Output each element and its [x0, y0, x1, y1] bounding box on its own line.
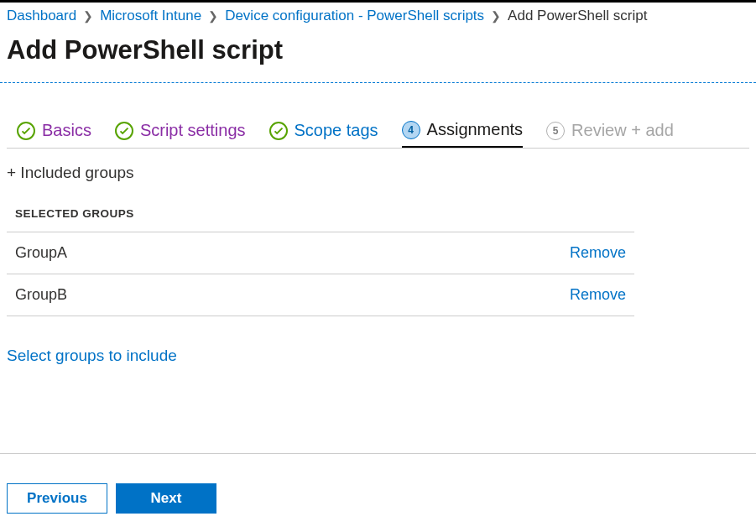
breadcrumb: Dashboard ❯ Microsoft Intune ❯ Device co…: [0, 3, 756, 30]
select-groups-link[interactable]: Select groups to include: [7, 316, 177, 365]
breadcrumb-device-config[interactable]: Device configuration - PowerShell script…: [225, 8, 484, 24]
tab-assignments[interactable]: 4 Assignments: [402, 120, 524, 148]
page-title: Add PowerShell script: [0, 30, 756, 82]
breadcrumb-intune[interactable]: Microsoft Intune: [100, 8, 201, 24]
breadcrumb-current: Add PowerShell script: [508, 8, 647, 24]
tab-script-settings[interactable]: Script settings: [115, 121, 246, 147]
tab-review-add[interactable]: 5 Review + add: [546, 121, 674, 147]
table-row: GroupB Remove: [7, 274, 634, 316]
assignments-section: + Included groups SELECTED GROUPS GroupA…: [0, 149, 756, 365]
table-row: GroupA Remove: [7, 232, 634, 274]
tab-label: Assignments: [427, 120, 524, 139]
checkmark-icon: [115, 122, 133, 140]
step-number-icon: 5: [546, 122, 565, 140]
remove-group-link[interactable]: Remove: [570, 286, 626, 304]
chevron-right-icon: ❯: [489, 9, 503, 23]
remove-group-link[interactable]: Remove: [570, 244, 626, 262]
breadcrumb-dashboard[interactable]: Dashboard: [7, 8, 76, 24]
tab-label: Review + add: [571, 121, 674, 140]
group-name: GroupB: [15, 286, 67, 304]
wizard-tabs: Basics Script settings Scope tags 4 Assi…: [0, 83, 756, 148]
wizard-footer: Previous Next: [7, 483, 216, 514]
included-groups-toggle[interactable]: + Included groups: [7, 164, 749, 182]
next-button[interactable]: Next: [116, 483, 216, 514]
tab-label: Basics: [42, 121, 91, 140]
footer-divider: [0, 453, 756, 454]
checkmark-icon: [17, 122, 35, 140]
chevron-right-icon: ❯: [81, 9, 95, 23]
selected-groups-header: SELECTED GROUPS: [7, 182, 749, 232]
chevron-right-icon: ❯: [206, 9, 220, 23]
tab-label: Script settings: [140, 121, 246, 140]
tab-scope-tags[interactable]: Scope tags: [269, 121, 378, 147]
tab-basics[interactable]: Basics: [17, 121, 91, 147]
selected-groups-table: GroupA Remove GroupB Remove: [7, 232, 634, 316]
previous-button[interactable]: Previous: [7, 483, 107, 514]
step-number-icon: 4: [402, 121, 420, 139]
group-name: GroupA: [15, 244, 67, 262]
tab-label: Scope tags: [295, 121, 378, 140]
checkmark-icon: [269, 122, 288, 140]
